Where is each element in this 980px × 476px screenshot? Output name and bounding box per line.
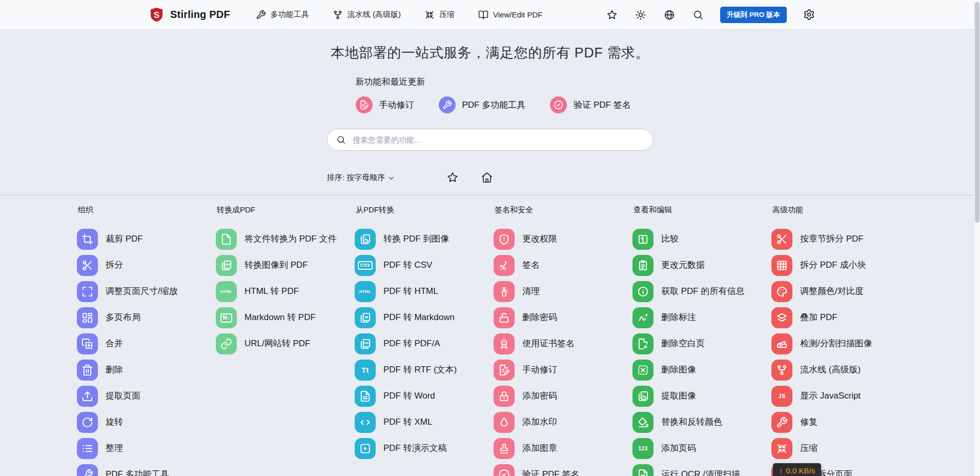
search-input[interactable] — [352, 135, 644, 145]
top-navbar: S Stirling PDF 多功能工具流水线 (高级版)压缩View/Edit… — [0, 0, 980, 30]
upload-speed-value: 0.0 KB/s — [786, 466, 815, 475]
sort-label: 排序: 按字母顺序 — [327, 173, 385, 183]
tool-item[interactable]: 添加水印 — [494, 412, 632, 433]
sort-dropdown[interactable]: 排序: 按字母顺序 — [327, 173, 395, 183]
tool-item[interactable]: 将文件转换为 PDF 文件 — [216, 229, 355, 250]
stack-pdf-icon: PDF — [216, 255, 237, 276]
tool-item[interactable]: 多页布局 — [77, 307, 216, 328]
tool-item-label: 检测/分割扫描图像 — [800, 338, 872, 349]
sanitize-icon — [494, 281, 515, 302]
nav-item-3[interactable]: 压缩 — [424, 10, 455, 20]
scissors-icon — [771, 229, 792, 250]
tool-item[interactable]: 删除空白页 — [632, 333, 771, 354]
tool-item[interactable]: 检测/分割扫描图像 — [771, 333, 910, 354]
tool-item[interactable]: 删除 — [77, 360, 216, 381]
tool-item[interactable]: 删除密码 — [494, 307, 632, 328]
tool-item[interactable]: 旋转 — [77, 412, 216, 433]
tool-item[interactable]: 叠加 PDF — [771, 307, 910, 328]
tool-item[interactable]: 签名 — [494, 255, 632, 276]
tool-item[interactable]: PDF 转 XML — [355, 412, 494, 433]
tool-item[interactable]: JS显示 JavaScript — [771, 386, 910, 407]
tool-item[interactable]: 添加密码 — [494, 386, 632, 407]
tool-item[interactable]: TtPDF 转 RTF (文本) — [355, 360, 494, 381]
tool-item[interactable]: 拆分 — [77, 255, 216, 276]
tool-item[interactable]: 更改元数据 — [632, 255, 771, 276]
favourites-star-icon[interactable] — [606, 9, 618, 21]
feature-3[interactable]: 验证 PDF 签名 — [550, 96, 630, 113]
search-icon[interactable] — [692, 9, 704, 21]
tool-item-label: PDF 多功能工具 — [106, 469, 169, 476]
tool-item[interactable]: 调整颜色/对比度 — [771, 281, 910, 302]
tool-item[interactable]: HTMLPDF 转 HTML — [355, 281, 494, 302]
tool-item[interactable]: 比较 — [632, 229, 771, 250]
language-globe-icon[interactable] — [664, 9, 675, 21]
scrollbar-thumb[interactable] — [975, 2, 979, 223]
tool-item[interactable]: 123添加页码 — [632, 438, 771, 459]
tool-item-label: 删除 — [106, 364, 123, 375]
tool-item[interactable]: CSVPDF 转 CSV — [355, 255, 494, 276]
wrench-icon — [77, 464, 98, 476]
tool-item[interactable]: PDF转换图像到 PDF — [216, 255, 355, 276]
wrench-icon — [771, 412, 792, 433]
tool-item[interactable]: 调整页面尺寸/缩放 — [77, 281, 216, 302]
tool-item[interactable]: 更改权限 — [494, 229, 632, 250]
tool-item[interactable]: 删除图像 — [632, 360, 771, 381]
tool-item[interactable]: 清理 — [494, 281, 632, 302]
tool-item-label: PDF 转 Markdown — [383, 312, 455, 323]
feature-1[interactable]: 手动修订 — [356, 96, 414, 113]
tool-column-6: 高级功能按章节拆分 PDF拆分 PDF 成小块调整颜色/对比度叠加 PDF检测/… — [771, 205, 910, 476]
tool-item[interactable]: PDFPDF 转 PDF/A — [355, 333, 494, 354]
theme-sun-icon[interactable] — [635, 9, 646, 21]
tool-item[interactable]: 修复 — [771, 412, 910, 433]
home-icon[interactable] — [481, 171, 493, 184]
nav-item-1[interactable]: 多功能工具 — [256, 10, 309, 20]
tool-item-label: PDF 转 HTML — [383, 286, 438, 297]
tool-item[interactable]: 流水线 (高级版) — [771, 360, 910, 381]
tool-item[interactable]: 按章节拆分 PDF — [771, 229, 910, 250]
tool-item[interactable]: MPDF 转 Markdown — [355, 307, 494, 328]
tool-item[interactable]: 添加图章 — [494, 438, 632, 459]
tool-item[interactable]: 验证 PDF 签名 — [494, 464, 632, 476]
upgrade-pro-button[interactable]: 升级到 PRO 版本 — [720, 7, 787, 23]
tool-item-label: PDF 转 RTF (文本) — [383, 364, 457, 375]
file-icon — [216, 229, 237, 250]
tool-item[interactable]: 提取图像 — [632, 386, 771, 407]
brand[interactable]: S Stirling PDF — [149, 6, 230, 23]
tool-item[interactable]: 合并 — [77, 333, 216, 354]
nav-item-4[interactable]: View/Edit PDF — [478, 10, 542, 20]
code-icon — [355, 412, 376, 433]
tool-item[interactable]: PDF 转 Word — [355, 386, 494, 407]
tool-item-label: 删除图像 — [661, 364, 696, 375]
tool-item[interactable]: 运行 OCR /清理扫描 — [632, 464, 771, 476]
tool-item[interactable]: PDF 多功能工具 — [77, 464, 216, 476]
tool-item[interactable]: 获取 PDF 的所有信息 — [632, 281, 771, 302]
tool-column-title: 高级功能 — [772, 205, 910, 215]
tool-item[interactable]: 拆分 PDF 成小块 — [771, 255, 910, 276]
tool-item[interactable]: M↓Markdown 转 PDF — [216, 307, 355, 328]
nav-item-2[interactable]: 流水线 (高级版) — [333, 10, 401, 20]
tool-item-label: 删除空白页 — [661, 338, 705, 349]
scrollbar-track[interactable] — [974, 0, 980, 476]
tool-item[interactable]: 使用证书签名 — [494, 333, 632, 354]
tool-item[interactable]: HTMLHTML 转 PDF — [216, 281, 355, 302]
tool-item[interactable]: 删除标注 — [632, 307, 771, 328]
tool-item[interactable]: URL/网站转 PDF — [216, 333, 355, 354]
doc-pen-icon — [356, 96, 373, 113]
tool-item-label: 拆分 PDF 成小块 — [800, 260, 866, 271]
tools-grid: 组织裁剪 PDF拆分调整页面尺寸/缩放多页布局合并删除提取页面旋转整理PDF 多… — [0, 195, 980, 476]
tool-item[interactable]: 整理 — [77, 438, 216, 459]
tool-item[interactable]: 裁剪 PDF — [77, 229, 216, 250]
feature-2[interactable]: PDF 多功能工具 — [439, 96, 526, 113]
tool-item-label: 添加页码 — [661, 443, 696, 454]
tool-item[interactable]: 替换和反转颜色 — [632, 412, 771, 433]
settings-gear-icon[interactable] — [803, 9, 815, 21]
tool-column-3: 从PDF转换转换 PDF 到图像CSVPDF 转 CSVHTMLPDF 转 HT… — [355, 205, 494, 476]
favourites-star-icon[interactable] — [446, 171, 459, 184]
tool-item[interactable]: PDF 转演示文稿 — [355, 438, 494, 459]
tool-item[interactable]: 转换 PDF 到图像 — [355, 229, 494, 250]
tool-item[interactable]: 压缩 — [771, 438, 910, 459]
tool-item-label: 删除标注 — [661, 312, 696, 323]
tool-item[interactable]: 手动修订 — [494, 360, 632, 381]
unlock-icon — [494, 307, 515, 328]
tool-item[interactable]: 提取页面 — [77, 386, 216, 407]
